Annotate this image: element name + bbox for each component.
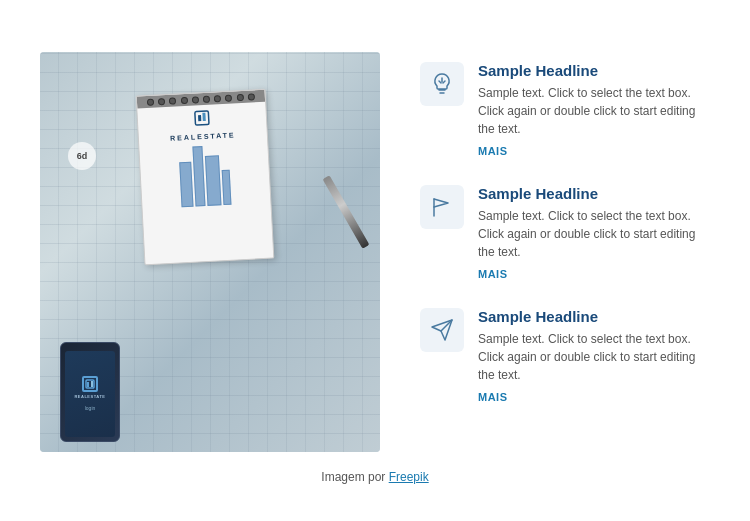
feature-text-3: Sample Headline Sample text. Click to se… [478, 308, 710, 403]
left-image: REALESTATE [40, 52, 380, 452]
svg-line-7 [439, 81, 441, 83]
spiral-4 [180, 96, 187, 103]
feature-item-1: Sample Headline Sample text. Click to se… [420, 62, 710, 157]
image-canvas: REALESTATE [40, 52, 380, 452]
feature-text-2: Sample Headline Sample text. Click to se… [478, 185, 710, 280]
feature-text-1: Sample Headline Sample text. Click to se… [478, 62, 710, 157]
send-icon [430, 318, 454, 342]
notebook-buildings [178, 144, 231, 207]
nb-building-4 [222, 169, 232, 204]
spiral-9 [236, 93, 243, 100]
spiral-1 [147, 98, 154, 105]
phone: REALESTATE login [60, 342, 120, 442]
feature-headline-2: Sample Headline [478, 185, 710, 202]
spiral-6 [203, 95, 210, 102]
phone-login-text: login [85, 405, 96, 411]
notebook-logo-icon [192, 108, 211, 127]
svg-rect-1 [198, 115, 201, 121]
phone-logo [82, 376, 98, 392]
svg-rect-4 [87, 382, 89, 387]
spiral-10 [247, 92, 254, 99]
image-caption: Imagem por Freepik [321, 470, 428, 500]
spiral-5 [192, 95, 199, 102]
feature-item-3: Sample Headline Sample text. Click to se… [420, 308, 710, 403]
nb-building-2 [192, 146, 205, 206]
flag-icon [430, 195, 454, 219]
feature-body-1: Sample text. Click to select the text bo… [478, 84, 710, 138]
notebook-brand-text: REALESTATE [170, 131, 236, 141]
feature-icon-wrap-2 [420, 185, 464, 229]
spiral-7 [214, 94, 221, 101]
feature-link-3[interactable]: MAIS [478, 391, 710, 403]
feature-item-2: Sample Headline Sample text. Click to se… [420, 185, 710, 280]
svg-rect-0 [195, 110, 209, 124]
notebook: REALESTATE [136, 88, 275, 265]
caption-link[interactable]: Freepik [389, 470, 429, 484]
nb-building-1 [179, 161, 193, 207]
feature-body-3: Sample text. Click to select the text bo… [478, 330, 710, 384]
svg-line-8 [443, 81, 445, 83]
watermark-badge: 6d [68, 142, 96, 170]
nb-building-3 [205, 155, 222, 206]
svg-rect-2 [202, 112, 205, 120]
feature-icon-wrap-1 [420, 62, 464, 106]
feature-link-1[interactable]: MAIS [478, 145, 710, 157]
feature-body-2: Sample text. Click to select the text bo… [478, 207, 710, 261]
spiral-2 [158, 97, 165, 104]
phone-brand-text: REALESTATE [74, 394, 105, 399]
spiral-8 [225, 93, 232, 100]
svg-rect-5 [91, 381, 93, 387]
right-features: Sample Headline Sample text. Click to se… [420, 52, 710, 403]
caption-prefix: Imagem por [321, 470, 388, 484]
feature-headline-3: Sample Headline [478, 308, 710, 325]
lightbulb-icon [430, 72, 454, 96]
notebook-content: REALESTATE [147, 104, 262, 253]
feature-link-2[interactable]: MAIS [478, 268, 710, 280]
main-container: REALESTATE [0, 22, 750, 462]
phone-screen: REALESTATE login [65, 351, 115, 437]
feature-icon-wrap-3 [420, 308, 464, 352]
feature-headline-1: Sample Headline [478, 62, 710, 79]
spiral-3 [169, 96, 176, 103]
